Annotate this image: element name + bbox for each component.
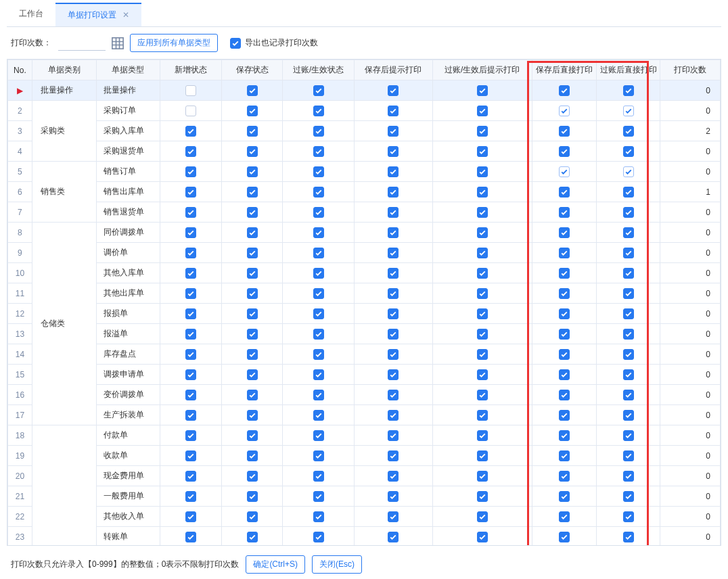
- checkbox-icon[interactable]: [559, 248, 570, 258]
- checkbox-icon[interactable]: [313, 430, 324, 441]
- row-count[interactable]: 0: [660, 507, 721, 527]
- checkbox-icon[interactable]: [388, 471, 399, 482]
- checkbox-icon[interactable]: [623, 227, 634, 238]
- row-count[interactable]: 0: [660, 527, 721, 547]
- tab-print-settings[interactable]: 单据打印设置 ✕: [55, 3, 141, 26]
- row-count[interactable]: 0: [660, 283, 721, 304]
- checkbox-icon[interactable]: [247, 248, 258, 258]
- checkbox-icon[interactable]: [185, 390, 196, 400]
- row-count[interactable]: 0: [660, 385, 721, 405]
- checkbox-icon[interactable]: [313, 532, 324, 542]
- checkbox-icon[interactable]: [559, 106, 570, 116]
- checkbox-icon[interactable]: [623, 308, 634, 319]
- row-count[interactable]: 0: [660, 223, 721, 243]
- tab-workbench[interactable]: 工作台: [7, 3, 55, 26]
- checkbox-icon[interactable]: [313, 450, 324, 461]
- checkbox-icon[interactable]: [623, 146, 634, 157]
- checkbox-icon[interactable]: [185, 207, 196, 218]
- checkbox-icon[interactable]: [247, 491, 258, 502]
- checkbox-icon[interactable]: [388, 369, 399, 380]
- row-count[interactable]: 0: [660, 263, 721, 283]
- checkbox-icon[interactable]: [247, 207, 258, 218]
- col-new[interactable]: 新增状态: [160, 60, 222, 80]
- checkbox-icon[interactable]: [313, 288, 324, 299]
- checkbox-icon[interactable]: [623, 491, 634, 502]
- checkbox-icon[interactable]: [559, 450, 570, 461]
- checkbox-icon[interactable]: [247, 308, 258, 319]
- checkbox-icon[interactable]: [388, 390, 399, 400]
- col-save-tip[interactable]: 保存后提示打印: [354, 60, 432, 80]
- row-count[interactable]: 0: [660, 446, 721, 466]
- checkbox-icon[interactable]: [313, 308, 324, 319]
- checkbox-icon[interactable]: [313, 369, 324, 380]
- row-count[interactable]: 0: [660, 202, 721, 223]
- checkbox-icon[interactable]: [388, 329, 399, 340]
- col-count[interactable]: 打印次数: [660, 60, 721, 80]
- checkbox-icon[interactable]: [247, 85, 258, 96]
- checkbox-icon[interactable]: [559, 268, 570, 279]
- checkbox-icon[interactable]: [247, 146, 258, 157]
- checkbox-icon[interactable]: [623, 207, 634, 218]
- checkbox-icon[interactable]: [559, 207, 570, 218]
- print-count-input[interactable]: [58, 36, 106, 51]
- checkbox-icon[interactable]: [313, 511, 324, 522]
- row-count[interactable]: 0: [660, 80, 721, 101]
- checkbox-icon[interactable]: [185, 288, 196, 299]
- checkbox-icon[interactable]: [247, 410, 258, 421]
- checkbox-icon[interactable]: [247, 349, 258, 360]
- checkbox-icon[interactable]: [313, 187, 324, 198]
- checkbox-icon[interactable]: [477, 106, 488, 116]
- checkbox-icon[interactable]: [388, 187, 399, 198]
- checkbox-icon[interactable]: [559, 430, 570, 441]
- checkbox-icon[interactable]: [247, 106, 258, 116]
- checkbox-icon[interactable]: [623, 369, 634, 380]
- checkbox-icon[interactable]: [313, 471, 324, 482]
- checkbox-icon[interactable]: [388, 268, 399, 279]
- checkbox-icon[interactable]: [388, 491, 399, 502]
- checkbox-icon[interactable]: [185, 369, 196, 380]
- checkbox-icon[interactable]: [313, 207, 324, 218]
- checkbox-icon[interactable]: [247, 126, 258, 137]
- checkbox-icon[interactable]: [313, 85, 324, 96]
- checkbox-icon[interactable]: [313, 106, 324, 116]
- checkbox-icon[interactable]: [623, 410, 634, 421]
- checkbox-icon[interactable]: [247, 471, 258, 482]
- checkbox-icon[interactable]: [623, 532, 634, 542]
- checkbox-icon[interactable]: [313, 227, 324, 238]
- checkbox-icon[interactable]: [623, 126, 634, 137]
- row-count[interactable]: 0: [660, 344, 721, 365]
- checkbox-icon[interactable]: [388, 532, 399, 542]
- checkbox-icon[interactable]: [559, 329, 570, 340]
- checkbox-icon[interactable]: [559, 369, 570, 380]
- checkbox-icon[interactable]: [388, 511, 399, 522]
- checkbox-icon[interactable]: [313, 491, 324, 502]
- checkbox-icon[interactable]: [247, 187, 258, 198]
- checkbox-icon[interactable]: [477, 450, 488, 461]
- checkbox-icon[interactable]: [623, 329, 634, 340]
- row-count[interactable]: 0: [660, 486, 721, 507]
- row-count[interactable]: 0: [660, 304, 721, 324]
- checkbox-icon[interactable]: [247, 390, 258, 400]
- checkbox-icon[interactable]: [185, 349, 196, 360]
- checkbox-icon[interactable]: [559, 126, 570, 137]
- checkbox-icon[interactable]: [477, 410, 488, 421]
- checkbox-icon[interactable]: [623, 166, 634, 177]
- checkbox-icon[interactable]: [247, 450, 258, 461]
- checkbox-icon[interactable]: [185, 491, 196, 502]
- checkbox-icon[interactable]: [559, 349, 570, 360]
- checkbox-icon[interactable]: [559, 410, 570, 421]
- checkbox-icon[interactable]: [559, 187, 570, 198]
- checkbox-icon[interactable]: [313, 268, 324, 279]
- row-count[interactable]: 0: [660, 425, 721, 446]
- checkbox-icon[interactable]: [623, 349, 634, 360]
- grid-icon[interactable]: [111, 37, 124, 50]
- checkbox-icon[interactable]: [477, 491, 488, 502]
- checkbox-icon[interactable]: [388, 207, 399, 218]
- checkbox-icon[interactable]: [477, 146, 488, 157]
- checkbox-icon[interactable]: [388, 227, 399, 238]
- checkbox-icon[interactable]: [313, 248, 324, 258]
- col-save-direct[interactable]: 保存后直接打印: [532, 60, 596, 80]
- checkbox-icon[interactable]: [559, 390, 570, 400]
- checkbox-icon[interactable]: [623, 430, 634, 441]
- checkbox-icon[interactable]: [477, 390, 488, 400]
